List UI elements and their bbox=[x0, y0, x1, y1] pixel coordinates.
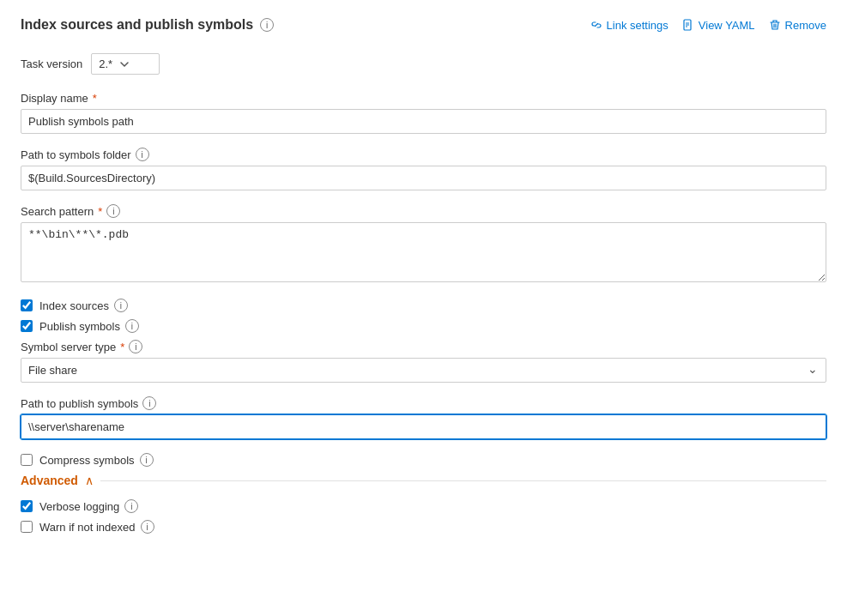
publish-symbols-label[interactable]: Publish symbols i bbox=[39, 319, 139, 333]
advanced-header: Advanced ∧ bbox=[21, 474, 826, 487]
path-symbols-folder-info-icon[interactable]: i bbox=[136, 148, 149, 161]
view-yaml-button[interactable]: View YAML bbox=[682, 19, 755, 32]
verbose-logging-info-icon[interactable]: i bbox=[124, 499, 138, 513]
path-publish-symbols-input[interactable] bbox=[21, 414, 826, 439]
task-version-chevron-icon bbox=[119, 59, 130, 69]
page-title: Index sources and publish symbols bbox=[21, 17, 253, 33]
publish-symbols-checkbox[interactable] bbox=[21, 320, 33, 332]
compress-symbols-info-icon[interactable]: i bbox=[140, 453, 154, 467]
yaml-icon bbox=[682, 19, 694, 31]
index-sources-info-icon[interactable]: i bbox=[114, 299, 128, 312]
page-header: Index sources and publish symbols i Link… bbox=[21, 17, 826, 33]
search-pattern-required: * bbox=[98, 205, 102, 218]
search-pattern-section: Search pattern * i bbox=[21, 204, 826, 285]
search-pattern-label: Search pattern * i bbox=[21, 204, 826, 218]
task-version-select[interactable]: 2.* bbox=[91, 53, 160, 75]
warn-not-indexed-info-icon[interactable]: i bbox=[141, 520, 154, 534]
path-publish-symbols-label: Path to publish symbols i bbox=[21, 396, 826, 410]
symbol-server-type-wrapper: File share Azure Artifacts bbox=[21, 358, 826, 383]
title-info-icon[interactable]: i bbox=[260, 18, 274, 32]
advanced-collapse-icon[interactable]: ∧ bbox=[85, 474, 94, 487]
symbol-server-type-label: Symbol server type * i bbox=[21, 340, 826, 353]
header-left: Index sources and publish symbols i bbox=[21, 17, 274, 33]
compress-symbols-checkbox[interactable] bbox=[21, 454, 33, 466]
advanced-title: Advanced bbox=[21, 474, 78, 487]
publish-symbols-row: Publish symbols i bbox=[21, 319, 826, 333]
index-sources-row: Index sources i bbox=[21, 299, 826, 312]
task-version-value: 2.* bbox=[99, 57, 112, 70]
warn-not-indexed-row: Warn if not indexed i bbox=[21, 520, 826, 534]
display-name-label: Display name * bbox=[21, 92, 826, 105]
remove-icon bbox=[769, 19, 781, 31]
display-name-input[interactable] bbox=[21, 109, 826, 134]
remove-button[interactable]: Remove bbox=[769, 19, 826, 32]
path-symbols-folder-label: Path to symbols folder i bbox=[21, 148, 826, 161]
task-version-row: Task version 2.* bbox=[21, 53, 826, 75]
search-pattern-info-icon[interactable]: i bbox=[106, 204, 120, 218]
link-icon bbox=[590, 19, 602, 31]
path-publish-symbols-info-icon[interactable]: i bbox=[142, 396, 156, 410]
verbose-logging-row: Verbose logging i bbox=[21, 499, 826, 513]
verbose-logging-label[interactable]: Verbose logging i bbox=[39, 499, 138, 513]
symbol-server-type-section: Symbol server type * i File share Azure … bbox=[21, 340, 826, 383]
display-name-section: Display name * bbox=[21, 92, 826, 134]
publish-symbols-info-icon[interactable]: i bbox=[125, 319, 139, 333]
symbol-server-type-required: * bbox=[120, 341, 124, 353]
index-sources-label[interactable]: Index sources i bbox=[39, 299, 128, 312]
search-pattern-input[interactable] bbox=[21, 222, 826, 282]
symbol-server-type-info-icon[interactable]: i bbox=[129, 340, 142, 353]
path-symbols-folder-section: Path to symbols folder i bbox=[21, 148, 826, 190]
path-publish-symbols-section: Path to publish symbols i bbox=[21, 396, 826, 439]
verbose-logging-checkbox[interactable] bbox=[21, 500, 33, 512]
warn-not-indexed-label[interactable]: Warn if not indexed i bbox=[39, 520, 154, 534]
path-symbols-folder-input[interactable] bbox=[21, 166, 826, 190]
symbol-server-type-select[interactable]: File share Azure Artifacts bbox=[21, 358, 826, 383]
index-sources-checkbox[interactable] bbox=[21, 299, 33, 311]
header-actions: Link settings View YAML Remove bbox=[590, 19, 826, 32]
compress-symbols-row: Compress symbols i bbox=[21, 453, 826, 467]
compress-symbols-label[interactable]: Compress symbols i bbox=[39, 453, 154, 467]
advanced-divider bbox=[100, 480, 826, 481]
link-settings-button[interactable]: Link settings bbox=[590, 19, 669, 32]
task-version-label: Task version bbox=[21, 57, 82, 70]
warn-not-indexed-checkbox[interactable] bbox=[21, 521, 33, 533]
advanced-section: Advanced ∧ Verbose logging i Warn if not… bbox=[21, 474, 826, 534]
display-name-required: * bbox=[93, 92, 97, 105]
